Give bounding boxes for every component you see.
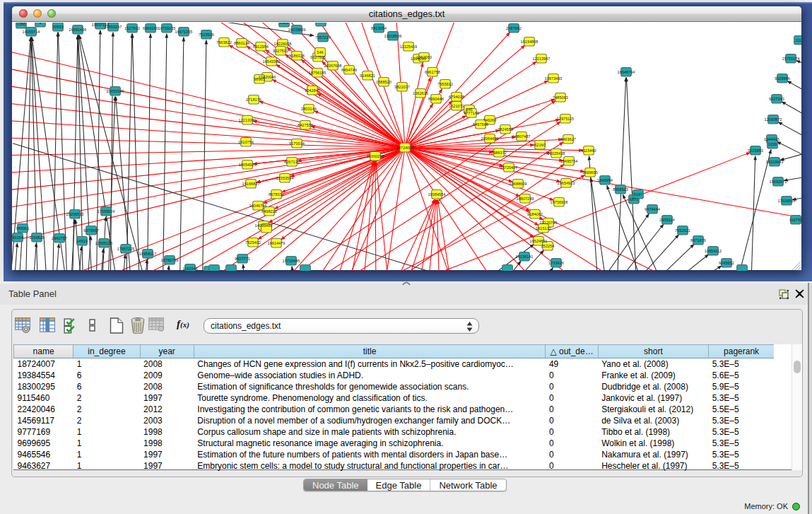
svg-text:10958117: 10958117 bbox=[139, 251, 156, 255]
svg-text:3822037: 3822037 bbox=[394, 84, 410, 88]
svg-text:9170014: 9170014 bbox=[289, 141, 305, 145]
svg-text:17016504: 17016504 bbox=[778, 198, 796, 202]
svg-text:3215953: 3215953 bbox=[748, 148, 763, 152]
svg-text:8186328: 8186328 bbox=[289, 53, 305, 57]
svg-text:7357224: 7357224 bbox=[315, 35, 331, 39]
svg-text:14136141: 14136141 bbox=[516, 254, 534, 258]
svg-text:6961758: 6961758 bbox=[425, 69, 440, 74]
svg-text:7955812: 7955812 bbox=[437, 81, 453, 86]
svg-text:7515526: 7515526 bbox=[199, 32, 214, 36]
svg-text:2087682: 2087682 bbox=[506, 25, 522, 30]
svg-text:10688609: 10688609 bbox=[510, 181, 527, 185]
svg-text:19756928: 19756928 bbox=[551, 199, 568, 204]
svg-text:12505135: 12505135 bbox=[95, 240, 113, 245]
svg-text:20053346: 20053346 bbox=[107, 88, 124, 93]
svg-text:10807487: 10807487 bbox=[513, 134, 531, 138]
svg-text:16671355: 16671355 bbox=[175, 29, 193, 33]
svg-text:2803144: 2803144 bbox=[301, 106, 317, 110]
svg-text:9146821: 9146821 bbox=[360, 73, 375, 77]
svg-text:6871: 6871 bbox=[630, 197, 638, 201]
svg-text:11325419: 11325419 bbox=[400, 44, 417, 48]
svg-text:546: 546 bbox=[317, 49, 323, 54]
svg-text:20367608: 20367608 bbox=[324, 63, 342, 67]
svg-text:6497568: 6497568 bbox=[473, 122, 488, 126]
svg-text:8958923: 8958923 bbox=[613, 187, 628, 191]
svg-text:16914479: 16914479 bbox=[268, 240, 286, 245]
svg-text:14099489: 14099489 bbox=[255, 223, 273, 227]
svg-text:985061: 985061 bbox=[16, 226, 30, 230]
svg-text:2935114: 2935114 bbox=[659, 217, 674, 221]
svg-text:9227343: 9227343 bbox=[769, 96, 784, 100]
svg-text:19654923: 19654923 bbox=[558, 180, 575, 185]
svg-text:10120746: 10120746 bbox=[540, 220, 558, 224]
svg-text:8267130: 8267130 bbox=[284, 159, 300, 163]
svg-text:7625402: 7625402 bbox=[245, 240, 261, 244]
svg-text:15720407: 15720407 bbox=[500, 165, 518, 169]
svg-text:10719155: 10719155 bbox=[158, 25, 176, 30]
svg-text:9657771: 9657771 bbox=[235, 256, 250, 260]
svg-text:9463627: 9463627 bbox=[560, 136, 576, 141]
svg-text:1362615: 1362615 bbox=[413, 90, 428, 95]
svg-text:8912954: 8912954 bbox=[253, 44, 269, 48]
svg-text:9777169: 9777169 bbox=[464, 110, 479, 115]
svg-text:8427552: 8427552 bbox=[298, 122, 313, 127]
svg-text:1362093: 1362093 bbox=[416, 54, 432, 59]
svg-text:16154808: 16154808 bbox=[521, 39, 539, 43]
svg-text:9: 9 bbox=[39, 23, 41, 25]
svg-text:98965: 98965 bbox=[254, 76, 265, 81]
svg-text:1910754: 1910754 bbox=[238, 139, 254, 144]
svg-text:1244415: 1244415 bbox=[764, 136, 779, 141]
svg-text:10025438: 10025438 bbox=[548, 151, 565, 155]
svg-text:20533: 20533 bbox=[52, 24, 64, 28]
svg-text:62160: 62160 bbox=[534, 142, 546, 146]
svg-text:6794028: 6794028 bbox=[449, 94, 464, 98]
svg-text:9184067: 9184067 bbox=[527, 211, 543, 216]
svg-text:9327503: 9327503 bbox=[273, 48, 288, 52]
svg-text:18724007: 18724007 bbox=[396, 145, 414, 149]
svg-text:9474444: 9474444 bbox=[645, 206, 660, 211]
svg-text:16782759: 16782759 bbox=[161, 257, 179, 262]
svg-text:12213389: 12213389 bbox=[239, 117, 257, 122]
svg-text:9197: 9197 bbox=[634, 192, 642, 196]
svg-text:9699695: 9699695 bbox=[582, 170, 598, 174]
svg-text:1588520: 1588520 bbox=[376, 79, 392, 83]
svg-text:12353594: 12353594 bbox=[276, 175, 294, 180]
svg-text:9115460: 9115460 bbox=[581, 148, 596, 152]
svg-text:1039: 1039 bbox=[768, 141, 777, 146]
svg-text:15751074: 15751074 bbox=[782, 56, 800, 60]
svg-text:8813054: 8813054 bbox=[371, 25, 387, 30]
svg-text:252254: 252254 bbox=[541, 243, 555, 247]
svg-text:18495754: 18495754 bbox=[560, 158, 578, 163]
svg-text:12213967: 12213967 bbox=[533, 56, 551, 60]
svg-text:2718176: 2718176 bbox=[246, 97, 261, 101]
svg-text:18226058: 18226058 bbox=[274, 41, 292, 45]
svg-text:17359924: 17359924 bbox=[98, 209, 115, 213]
svg-text:19218506: 19218506 bbox=[384, 33, 402, 37]
svg-text:93154: 93154 bbox=[12, 235, 23, 239]
svg-text:12093872: 12093872 bbox=[765, 117, 782, 121]
svg-text:8498222: 8498222 bbox=[261, 209, 277, 213]
svg-text:8454749: 8454749 bbox=[341, 67, 357, 71]
svg-text:9375667: 9375667 bbox=[83, 228, 99, 232]
svg-text:16033809: 16033809 bbox=[288, 27, 306, 31]
svg-text:7632621: 7632621 bbox=[675, 228, 690, 232]
svg-text:1192346: 1192346 bbox=[182, 266, 197, 270]
svg-text:20691406: 20691406 bbox=[69, 27, 87, 31]
svg-text:15692971: 15692971 bbox=[770, 179, 787, 183]
svg-text:7986372: 7986372 bbox=[491, 150, 507, 154]
svg-text:8860124: 8860124 bbox=[234, 40, 249, 45]
svg-text:116753: 116753 bbox=[789, 217, 801, 221]
svg-text:15716485: 15716485 bbox=[283, 258, 300, 262]
svg-text:15300295: 15300295 bbox=[367, 153, 384, 158]
svg-text:16648794: 16648794 bbox=[618, 69, 635, 74]
svg-text:1621072: 1621072 bbox=[449, 103, 464, 107]
svg-text:1356: 1356 bbox=[17, 23, 25, 26]
svg-text:17957225: 17957225 bbox=[117, 246, 135, 250]
svg-text:10654112: 10654112 bbox=[705, 248, 722, 252]
svg-text:14055714: 14055714 bbox=[23, 29, 40, 33]
svg-text:9329966: 9329966 bbox=[775, 76, 790, 80]
svg-text:1615132: 1615132 bbox=[536, 226, 551, 230]
svg-text:1156829: 1156829 bbox=[29, 235, 44, 239]
svg-text:16524851: 16524851 bbox=[530, 238, 548, 243]
svg-text:8678332: 8678332 bbox=[269, 192, 284, 196]
